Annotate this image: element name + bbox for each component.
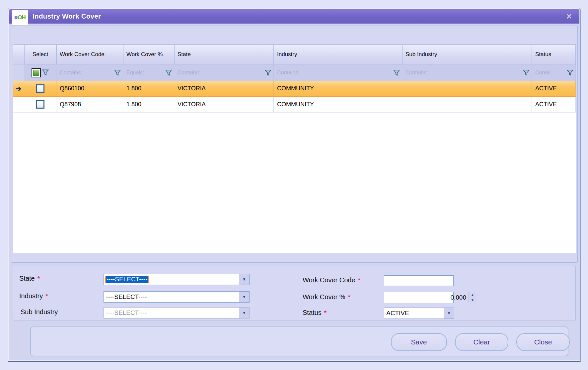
state-dropdown[interactable]: ----SELECT---- ▼	[104, 274, 250, 285]
title-bar: ≡OH Industry Work Cover ×	[9, 9, 579, 24]
required-asterisk: *	[348, 294, 350, 301]
row-select-cell	[24, 81, 56, 97]
screen: { "window": { "title": "Industry Work Co…	[0, 0, 588, 370]
data-grid: Select Work Cover Code Work Cover % Stat…	[13, 44, 576, 253]
industry-dropdown[interactable]: ----SELECT---- ▼	[104, 291, 250, 303]
filter-work-cover-percent[interactable]: Equals:	[123, 64, 174, 81]
work-cover-code-input[interactable]	[384, 275, 454, 286]
header-industry[interactable]: Industry	[274, 45, 402, 64]
row-indicator-cell	[13, 97, 24, 113]
filter-work-cover-code[interactable]: Contains:	[56, 64, 123, 81]
industry-work-cover-dialog: ≡OH Industry Work Cover × Select Work Co…	[8, 8, 581, 362]
filter-icon[interactable]	[393, 69, 400, 76]
current-row-arrow-icon: ➔	[16, 85, 22, 92]
filter-indicator-cell	[13, 64, 24, 81]
select-all-checkbox[interactable]	[32, 68, 41, 77]
cell-work-cover-code: Q860100	[56, 81, 123, 97]
state-dropdown-value: ----SELECT----	[106, 276, 148, 283]
filter-status[interactable]: Contai...	[532, 64, 576, 81]
chevron-down-icon: ▼	[242, 277, 246, 281]
row-checkbox[interactable]	[36, 84, 44, 93]
cell-work-cover-percent: 1.800	[123, 97, 174, 113]
header-status[interactable]: Status	[532, 45, 576, 64]
filter-operator-label: Contai...	[535, 70, 555, 76]
required-asterisk: *	[37, 275, 40, 282]
clear-button[interactable]: Clear	[455, 333, 508, 351]
action-button-panel: Save Clear Close	[30, 326, 568, 356]
header-indicator	[13, 45, 24, 64]
toolbar-strip	[11, 26, 577, 44]
cell-work-cover-percent: 1.800	[123, 81, 174, 97]
filter-industry[interactable]: Contains:	[274, 64, 402, 81]
status-dropdown-button[interactable]: ▼	[444, 308, 454, 319]
dialog-title: Industry Work Cover	[33, 12, 101, 20]
work-cover-percent-input[interactable]	[384, 292, 468, 303]
cell-industry: COMMUNITY	[274, 97, 402, 113]
grid-header-row: Select Work Cover Code Work Cover % Stat…	[13, 45, 576, 64]
work-cover-percent-field: ▲ ▼	[384, 292, 454, 303]
header-work-cover-percent[interactable]: Work Cover %	[123, 45, 174, 64]
cell-sub-industry	[402, 97, 532, 113]
work-cover-code-label: Work Cover Code*	[303, 276, 360, 284]
grid-container: Select Work Cover Code Work Cover % Stat…	[11, 26, 578, 263]
state-dropdown-button[interactable]: ▼	[239, 274, 249, 285]
table-row[interactable]: ➔ Q860100 1.800 VICTORIA COMMUNITY ACTIV…	[13, 81, 576, 97]
filter-icon[interactable]	[567, 69, 573, 76]
filter-operator-label: Equals:	[126, 70, 144, 76]
filter-operator-label: Contains:	[405, 70, 428, 76]
row-indicator-cell: ➔	[13, 81, 24, 97]
status-label: Status*	[303, 309, 327, 317]
save-button[interactable]: Save	[391, 333, 447, 351]
filter-icon[interactable]	[165, 69, 172, 76]
header-work-cover-code[interactable]: Work Cover Code	[56, 45, 123, 64]
status-dropdown[interactable]: ACTIVE ▼	[384, 308, 454, 319]
filter-operator-label: Contains:	[277, 70, 300, 76]
filter-icon[interactable]	[42, 69, 49, 76]
header-state[interactable]: State	[174, 45, 274, 64]
close-button[interactable]: Close	[516, 333, 570, 351]
cell-industry: COMMUNITY	[274, 81, 402, 97]
eoh-logo-text: OH	[18, 14, 26, 21]
required-asterisk: *	[358, 277, 360, 284]
header-sub-industry[interactable]: Sub Industry	[402, 45, 532, 64]
industry-dropdown-value: ----SELECT----	[106, 293, 147, 300]
header-select[interactable]: Select	[24, 45, 56, 64]
entry-form-panel: State* ----SELECT---- ▼ Industry* ----SE…	[13, 265, 576, 321]
chevron-down-icon: ▼	[447, 311, 451, 315]
status-dropdown-value: ACTIVE	[386, 310, 409, 317]
sub-industry-dropdown-value: ----SELECT----	[106, 309, 147, 316]
state-label: State*	[19, 275, 40, 282]
industry-dropdown-button[interactable]: ▼	[239, 292, 249, 302]
eoh-logo-icon: ≡OH	[12, 10, 28, 25]
filter-icon[interactable]	[523, 69, 530, 76]
cell-state: VICTORIA	[174, 81, 274, 97]
filter-sub-industry[interactable]: Contains:	[402, 64, 532, 81]
cell-state: VICTORIA	[174, 97, 274, 113]
cell-work-cover-code: Q87908	[56, 97, 123, 113]
sub-industry-dropdown[interactable]: ----SELECT---- ▼	[104, 307, 250, 319]
cell-sub-industry	[402, 81, 532, 97]
table-row[interactable]: Q87908 1.800 VICTORIA COMMUNITY ACTIVE	[13, 97, 576, 113]
grid-filter-row: Contains: Equals: Contains: Contains: Co…	[13, 64, 576, 81]
cell-status: ACTIVE	[532, 81, 576, 97]
row-checkbox[interactable]	[36, 100, 44, 109]
work-cover-percent-label: Work Cover %*	[303, 293, 350, 301]
spinner-up-icon[interactable]: ▲	[469, 292, 477, 298]
eoh-logo-bars: ≡	[14, 14, 17, 21]
required-asterisk: *	[324, 309, 327, 316]
industry-label: Industry*	[19, 292, 48, 300]
filter-state[interactable]: Contains:	[174, 64, 274, 81]
chevron-down-icon: ▼	[242, 295, 246, 299]
spinner-down-icon[interactable]: ▼	[469, 298, 477, 303]
filter-operator-label: Contains:	[178, 70, 200, 76]
close-icon[interactable]: ×	[564, 11, 574, 21]
sub-industry-label: Sub Industry	[21, 308, 58, 316]
filter-select-cell[interactable]	[24, 64, 56, 81]
sub-industry-dropdown-button[interactable]: ▼	[239, 308, 249, 318]
filter-icon[interactable]	[114, 69, 121, 76]
filter-operator-label: Contains:	[60, 70, 82, 76]
filter-icon[interactable]	[265, 69, 271, 76]
select-all-check-fill	[33, 70, 39, 76]
required-asterisk: *	[45, 293, 48, 300]
chevron-down-icon: ▼	[242, 311, 246, 315]
